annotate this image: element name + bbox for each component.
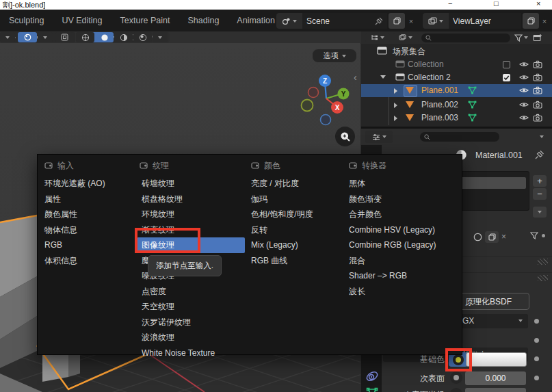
camera-icon[interactable] xyxy=(533,114,542,122)
menu-item-white-noise-texture[interactable]: White Noise Texture xyxy=(137,345,245,361)
shading-dropdown[interactable] xyxy=(153,32,168,42)
outliner-filter-image-dropdown[interactable] xyxy=(393,33,419,42)
outliner-row-plane-001[interactable]: Plane.001 xyxy=(361,84,552,97)
camera-icon[interactable] xyxy=(533,60,542,68)
outliner-row-collection-2[interactable]: Collection 2 xyxy=(361,71,552,84)
menu-item-ambient-occlusion[interactable]: 环境光遮蔽 (AO) xyxy=(44,176,133,192)
pin-icon[interactable] xyxy=(375,17,383,25)
viewport-zoom-button[interactable] xyxy=(335,127,355,146)
scene-unlink-button[interactable]: × xyxy=(405,17,417,25)
tab-uv-editing[interactable]: UV Editing xyxy=(53,10,111,31)
tab-sculpting[interactable]: Sculpting xyxy=(0,10,53,31)
menu-item-blackbody[interactable]: 黑体 xyxy=(349,176,458,192)
disclosure-expanded-icon[interactable] xyxy=(380,75,386,79)
menu-item-invert[interactable]: 反转 xyxy=(251,222,345,238)
menu-item-hue-saturation-value[interactable]: 色相/饱和度/明度 xyxy=(251,207,345,222)
subsurface-socket-button[interactable] xyxy=(450,371,462,384)
viewport-options-dropdown[interactable]: 选项 xyxy=(312,49,357,63)
disclosure-collapsed-icon[interactable] xyxy=(394,103,397,108)
outliner-row-plane-003[interactable]: Plane.003 xyxy=(361,112,552,125)
menu-item-environment-texture[interactable]: 环境纹理 xyxy=(137,207,245,222)
subsurface-value-field[interactable]: 0.000 xyxy=(465,371,526,385)
copy-material-button[interactable] xyxy=(485,231,499,243)
physics-tab[interactable] xyxy=(365,369,379,383)
menu-item-voronoi-texture[interactable]: 沃罗诺伊纹理 xyxy=(137,315,245,330)
menu-item-wave-texture[interactable]: 波浪纹理 xyxy=(137,330,245,345)
xray-dropdown[interactable] xyxy=(38,32,53,42)
funnel-icon[interactable] xyxy=(530,232,538,239)
outliner-filter-dropdown[interactable] xyxy=(514,34,528,42)
material-specials-dropdown[interactable] xyxy=(533,207,547,218)
render-region-button[interactable] xyxy=(55,32,73,42)
y-negative-ball[interactable] xyxy=(302,100,313,112)
subsurface-radius-socket[interactable] xyxy=(450,388,462,392)
disclosure-collapsed-icon[interactable] xyxy=(394,116,397,121)
remove-material-slot-button[interactable]: − xyxy=(533,188,547,200)
viewlayer-name-field[interactable]: ViewLayer xyxy=(449,13,521,29)
camera-icon[interactable] xyxy=(533,73,542,81)
outliner-row-plane-002[interactable]: Plane.002 xyxy=(361,99,552,112)
z-negative-ball[interactable] xyxy=(321,115,331,125)
camera-icon[interactable] xyxy=(533,86,542,94)
new-collection-button[interactable] xyxy=(533,34,542,42)
xray-toggle[interactable] xyxy=(18,32,37,42)
menu-item-wavelength[interactable]: 波长 xyxy=(349,284,458,300)
menu-item-checker-texture[interactable]: 棋盘格纹理 xyxy=(137,192,245,207)
properties-search-input[interactable] xyxy=(420,132,499,142)
close-button[interactable]: × xyxy=(536,0,540,8)
menu-item-rgb-curves[interactable]: RGB 曲线 xyxy=(251,253,345,269)
eye-icon[interactable] xyxy=(519,87,529,94)
panel-grip[interactable] xyxy=(538,259,548,265)
properties-tab-dropdown[interactable] xyxy=(365,131,393,143)
pin-icon[interactable] xyxy=(535,150,544,159)
menu-item-object-info[interactable]: 物体信息 xyxy=(44,222,133,238)
exclude-checkbox-unchecked[interactable] xyxy=(503,61,510,68)
animate-dot[interactable] xyxy=(534,319,539,324)
menu-item-color-attribute[interactable]: 颜色属性 xyxy=(44,207,133,222)
menu-item-brightness-contrast[interactable]: 亮度 / 对比度 xyxy=(251,176,345,192)
menu-item-color-ramp[interactable]: 颜色渐变 xyxy=(349,192,458,207)
menu-item-combine-color[interactable]: 合并颜色 xyxy=(349,207,458,222)
viewlayer-copy-button[interactable] xyxy=(523,13,539,29)
maximize-button[interactable]: □ xyxy=(494,0,499,8)
shading-wireframe-button[interactable] xyxy=(76,32,94,42)
menu-item-combine-hsv-legacy[interactable]: Combine HSV (Legacy) xyxy=(349,222,458,238)
menu-item-mix-legacy[interactable]: Mix (Legacy) xyxy=(251,237,345,253)
animate-dot[interactable] xyxy=(534,338,539,343)
outliner-row-scene-collection[interactable]: 场景集合 xyxy=(361,44,552,57)
tab-animation[interactable]: Animation xyxy=(228,10,275,31)
eye-icon[interactable] xyxy=(519,101,529,108)
menu-item-sky-texture[interactable]: 天空纹理 xyxy=(137,299,245,315)
outliner-row-collection[interactable]: Collection xyxy=(361,58,552,71)
scene-copy-button[interactable] xyxy=(389,13,405,29)
exclude-checkbox-checked[interactable] xyxy=(503,74,510,81)
menu-item-attribute[interactable]: 属性 xyxy=(44,192,133,207)
shading-solid-button[interactable] xyxy=(95,32,114,42)
viewlayer-browse-button[interactable] xyxy=(423,13,449,29)
tab-shading[interactable]: Shading xyxy=(179,10,228,31)
browse-material-icon[interactable] xyxy=(473,233,482,241)
menu-item-mix[interactable]: 混合 xyxy=(349,253,458,269)
scene-browse-button[interactable] xyxy=(276,13,302,29)
eye-icon[interactable] xyxy=(519,61,529,68)
scene-name-field[interactable]: Scene xyxy=(302,13,387,29)
add-material-slot-button[interactable]: + xyxy=(533,175,547,187)
shading-material-button[interactable] xyxy=(114,32,133,42)
eye-icon[interactable] xyxy=(519,74,529,81)
outliner-search-input[interactable] xyxy=(421,34,510,42)
menu-item-brick-texture[interactable]: 砖墙纹理 xyxy=(137,176,245,192)
menu-item-volume-info[interactable]: 体积信息 xyxy=(44,253,133,269)
menu-item-gamma[interactable]: 伽玛 xyxy=(251,192,345,207)
menu-item-combine-rgb-legacy[interactable]: Combine RGB (Legacy) xyxy=(349,237,458,253)
disclosure-collapsed-icon[interactable] xyxy=(394,88,397,94)
camera-icon[interactable] xyxy=(533,101,542,109)
menu-item-point-density[interactable]: 点密度 xyxy=(137,284,245,300)
animate-dot[interactable] xyxy=(534,356,539,361)
tab-texture-paint[interactable]: Texture Paint xyxy=(111,10,179,31)
subsurface-radius-field[interactable] xyxy=(465,388,526,392)
base-color-swatch[interactable] xyxy=(466,352,527,367)
sidebar-collapse-arrow[interactable]: ‹ xyxy=(354,72,357,83)
outliner-display-mode-dropdown[interactable] xyxy=(365,33,390,42)
properties-options-chevron[interactable] xyxy=(540,135,544,138)
overlays-dropdown[interactable] xyxy=(0,32,15,42)
